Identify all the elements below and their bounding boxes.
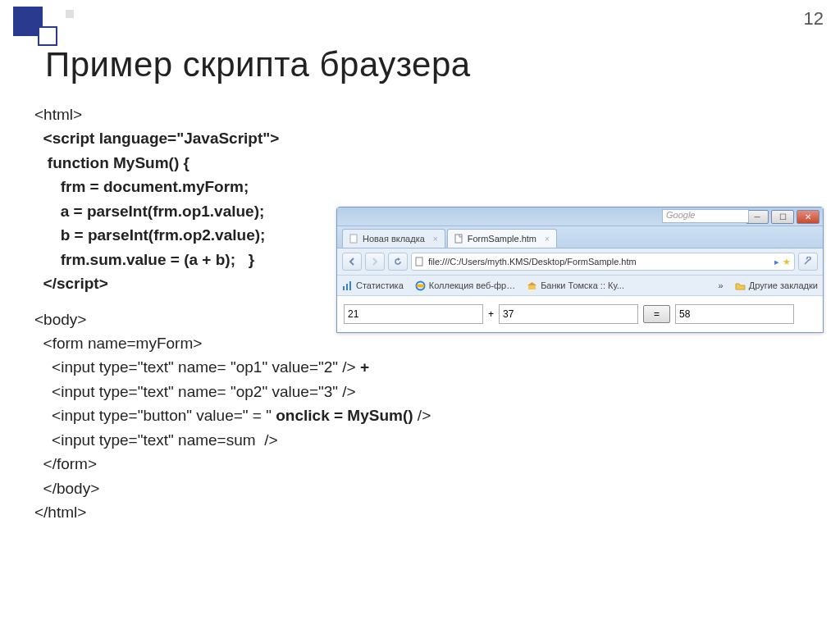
bookmark-banks[interactable]: Банки Томска :: Ку... — [527, 280, 624, 291]
svg-rect-0 — [350, 235, 357, 243]
tab-strip: Новая вкладка × FormSample.htm × — [337, 226, 823, 248]
svg-rect-4 — [346, 284, 348, 290]
plus-label: + — [488, 308, 494, 320]
sum-input[interactable] — [675, 304, 794, 324]
ie-icon — [415, 280, 426, 291]
bookmark-star-icon[interactable]: ▸ — [774, 257, 779, 267]
code-line: <input type="text" name=sum /> — [34, 428, 431, 452]
file-icon — [454, 234, 464, 244]
code-line: </form> — [34, 452, 431, 476]
forward-button[interactable] — [365, 253, 385, 271]
svg-rect-2 — [416, 258, 422, 266]
deco-square — [38, 26, 57, 46]
svg-point-7 — [416, 284, 424, 287]
bookmark-overflow[interactable]: » — [719, 280, 724, 290]
svg-rect-3 — [343, 286, 345, 290]
bookmark-label: Другие закладки — [749, 280, 818, 290]
code-line: <input type="text" name= "op2" value="3"… — [34, 380, 431, 403]
page-content: + = — [337, 296, 823, 332]
code-line: frm = document.myForm; — [34, 175, 431, 198]
folder-icon — [735, 280, 746, 291]
code-line: function MySum() { — [34, 151, 431, 175]
op2-input[interactable] — [499, 304, 638, 324]
bookmark-label: Статистика — [356, 280, 404, 290]
svg-marker-9 — [527, 282, 536, 285]
code-line: <input type="text" name= "op1" value="2"… — [34, 355, 431, 379]
browser-titlebar: Google ─ ☐ ✕ — [337, 207, 823, 226]
svg-rect-5 — [349, 281, 351, 290]
url-text: file:///C:/Users/myth.KMS/Desktop/FormSa… — [428, 257, 637, 267]
address-bar: file:///C:/Users/myth.KMS/Desktop/FormSa… — [337, 248, 823, 276]
slide: 12 Пример скрипта браузера <html> <scrip… — [0, 0, 840, 629]
maximize-button[interactable]: ☐ — [771, 210, 794, 224]
svg-rect-8 — [528, 285, 536, 289]
bookmark-label: Банки Томска :: Ку... — [541, 280, 624, 290]
deco-square — [66, 10, 74, 18]
bookmark-label: Коллекция веб-фр… — [429, 280, 515, 290]
svg-rect-1 — [455, 235, 462, 243]
search-engine-box[interactable]: Google — [662, 209, 749, 223]
blank-page-icon — [349, 234, 359, 244]
bookmark-collection[interactable]: Коллекция веб-фр… — [415, 280, 515, 291]
code-line: </html> — [34, 500, 431, 524]
tab-formsample[interactable]: FormSample.htm × — [447, 229, 557, 248]
code-line: <input type="button" value=" = " onclick… — [34, 403, 431, 427]
browser-window: Google ─ ☐ ✕ Новая вкладка × FormSample.… — [336, 207, 824, 333]
wrench-menu-icon[interactable] — [798, 253, 818, 271]
code-line: </body> — [34, 476, 431, 500]
tab-new[interactable]: Новая вкладка × — [342, 229, 445, 248]
reload-button[interactable] — [388, 253, 408, 271]
bank-icon — [527, 280, 537, 291]
bookmark-other[interactable]: Другие закладки — [735, 280, 818, 291]
equals-button[interactable]: = — [643, 305, 670, 323]
back-button[interactable] — [342, 253, 362, 271]
close-button[interactable]: ✕ — [797, 210, 819, 224]
star-icon[interactable]: ★ — [783, 257, 791, 267]
tab-label: Новая вкладка — [363, 234, 425, 244]
bookmark-statistics[interactable]: Статистика — [342, 280, 404, 291]
file-icon — [415, 257, 425, 267]
minimize-button[interactable]: ─ — [746, 210, 769, 224]
code-line: <form name=myForm> — [34, 331, 431, 355]
close-tab-icon[interactable]: × — [545, 235, 550, 244]
chart-icon — [342, 280, 353, 291]
slide-number: 12 — [804, 8, 824, 30]
slide-decoration — [13, 7, 74, 46]
bookmarks-bar: Статистика Коллекция веб-фр… Банки Томск… — [337, 276, 823, 296]
slide-title: Пример скрипта браузера — [45, 45, 471, 84]
code-line: <script language="JavaScript"> — [34, 126, 431, 150]
tab-label: FormSample.htm — [468, 234, 536, 244]
url-input[interactable]: file:///C:/Users/myth.KMS/Desktop/FormSa… — [411, 253, 795, 271]
close-tab-icon[interactable]: × — [433, 235, 438, 244]
op1-input[interactable] — [344, 304, 483, 324]
code-line: <html> — [34, 103, 431, 126]
